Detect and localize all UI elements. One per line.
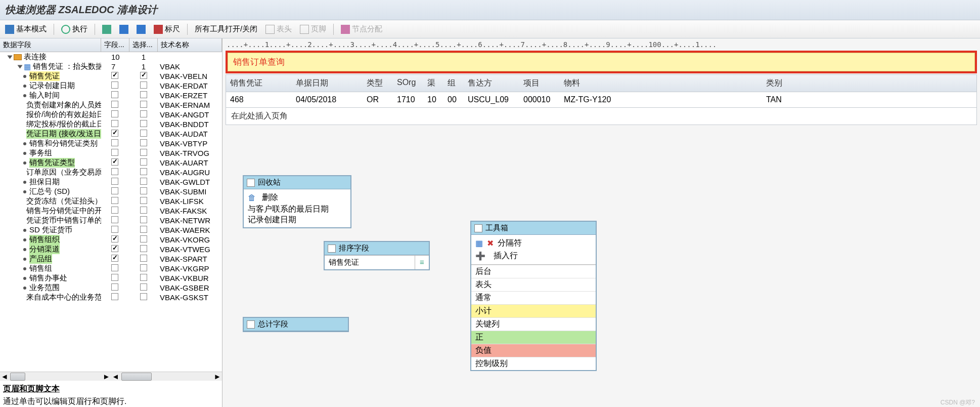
field-checkbox[interactable]: [111, 91, 118, 98]
node-assign-button[interactable]: 节点分配: [338, 23, 385, 35]
field-checkbox[interactable]: [111, 187, 118, 194]
select-checkbox[interactable]: [140, 216, 147, 223]
toolbox-insert-row[interactable]: ➕插入行: [475, 250, 592, 262]
toolbox-item[interactable]: 后台: [471, 265, 596, 278]
select-checkbox[interactable]: [140, 158, 147, 166]
field-row[interactable]: 担保日期 VBAK-GWLDT: [0, 177, 222, 187]
footer-button[interactable]: 页脚: [297, 23, 329, 35]
field-row[interactable]: 销售组 VBAK-VKGRP: [0, 264, 222, 273]
field-row[interactable]: SD 凭证货币 VBAK-WAERK: [0, 225, 222, 235]
execute-button[interactable]: 执行: [58, 23, 91, 35]
field-row[interactable]: 产品组 VBAK-SPART: [0, 254, 222, 264]
select-checkbox[interactable]: [140, 139, 147, 146]
select-checkbox[interactable]: [140, 187, 147, 194]
recycle-item-2[interactable]: 记录创建日期: [248, 215, 346, 225]
ruler-button[interactable]: 标尺: [151, 23, 183, 35]
field-checkbox[interactable]: [111, 293, 118, 300]
field-checkbox[interactable]: [111, 264, 118, 271]
select-checkbox[interactable]: [140, 120, 147, 127]
select-checkbox[interactable]: [140, 255, 147, 262]
field-checkbox[interactable]: [111, 283, 118, 291]
field-checkbox[interactable]: [111, 130, 118, 137]
field-row[interactable]: 凭证日期 (接收/发送日 VBAK-AUDAT: [0, 129, 222, 139]
field-checkbox[interactable]: [111, 168, 118, 175]
select-checkbox[interactable]: [140, 110, 147, 117]
field-checkbox[interactable]: [111, 149, 118, 156]
field-checkbox[interactable]: [111, 226, 118, 233]
toolbox-item[interactable]: 关键列: [471, 317, 596, 331]
icon-button-3[interactable]: [133, 24, 149, 35]
recycle-delete[interactable]: 🗑删除: [248, 191, 346, 204]
field-checkbox[interactable]: [111, 120, 118, 127]
header-button[interactable]: 表头: [262, 23, 295, 35]
field-row[interactable]: 业务范围 VBAK-GSBER: [0, 283, 222, 293]
toolbox-item[interactable]: 小计: [471, 304, 596, 317]
totals-panel[interactable]: 总计字段: [243, 317, 349, 332]
field-checkbox[interactable]: [111, 197, 118, 204]
select-checkbox[interactable]: [140, 235, 147, 242]
field-checkbox[interactable]: [111, 255, 118, 262]
col-tech[interactable]: 技术名称: [158, 38, 222, 52]
field-checkbox[interactable]: [111, 139, 118, 146]
query-title-input[interactable]: 销售订单查询: [228, 53, 975, 71]
field-row[interactable]: 汇总号 (SD) VBAK-SUBMI: [0, 187, 222, 196]
select-checkbox[interactable]: [140, 207, 147, 214]
field-checkbox[interactable]: [111, 235, 118, 242]
col-field[interactable]: 字段...: [101, 38, 129, 52]
toolbox-item[interactable]: 表头: [471, 278, 596, 291]
report-data-row[interactable]: 468 04/05/2018 OR 1710 10 00 USCU_L09 00…: [226, 92, 976, 108]
icon-button-2[interactable]: [116, 24, 131, 35]
field-checkbox[interactable]: [111, 274, 118, 281]
field-row[interactable]: 销售组织 VBAK-VKORG: [0, 235, 222, 245]
field-checkbox[interactable]: [111, 110, 118, 117]
toolbox-item[interactable]: 正: [471, 331, 596, 344]
select-checkbox[interactable]: [140, 264, 147, 271]
field-row[interactable]: 销售和分销凭证类别 VBAK-VBTYP: [0, 139, 222, 148]
select-checkbox[interactable]: [140, 168, 147, 175]
field-checkbox[interactable]: [111, 178, 118, 185]
field-checkbox[interactable]: [111, 216, 118, 223]
tree-h-scrollbar[interactable]: ◄►◄►: [0, 372, 222, 381]
toolbox-item[interactable]: 控制级别: [471, 357, 596, 370]
sort-panel[interactable]: 排序字段 销售凭证≡: [324, 241, 430, 270]
field-row[interactable]: 凭证货币中销售订单的 VBAK-NETWR: [0, 216, 222, 225]
basic-mode-button[interactable]: 基本模式: [2, 23, 50, 35]
recycle-panel[interactable]: 回收站 🗑删除 与客户联系的最后日期 记录创建日期: [243, 175, 351, 228]
toolbox-panel[interactable]: 工具箱 ▦✖分隔符 ➕插入行 后台表头通常小计关键列正负值控制级别: [470, 221, 597, 371]
select-checkbox[interactable]: [140, 82, 147, 89]
field-checkbox[interactable]: [111, 101, 118, 108]
pin-icon[interactable]: [474, 224, 482, 232]
select-checkbox[interactable]: [140, 197, 147, 204]
toolbox-item[interactable]: 负值: [471, 344, 596, 357]
select-checkbox[interactable]: [140, 274, 147, 281]
field-row[interactable]: 事务组 VBAK-TRVOG: [0, 148, 222, 158]
field-checkbox[interactable]: [111, 72, 118, 79]
recycle-item-1[interactable]: 与客户联系的最后日期: [248, 204, 346, 215]
select-checkbox[interactable]: [140, 178, 147, 185]
pin-icon[interactable]: [247, 179, 255, 187]
field-checkbox[interactable]: [111, 158, 118, 166]
col-select[interactable]: 选择...: [129, 38, 158, 52]
field-checkbox[interactable]: [111, 82, 118, 89]
field-row[interactable]: 来自成本中心的业务范 VBAK-GSKST: [0, 293, 222, 302]
field-checkbox[interactable]: [111, 245, 118, 252]
field-row[interactable]: 负责创建对象的人员姓 VBAK-ERNAM: [0, 100, 222, 110]
field-checkbox[interactable]: [111, 207, 118, 214]
select-checkbox[interactable]: [140, 245, 147, 252]
pin-icon[interactable]: [247, 320, 255, 329]
select-checkbox[interactable]: [140, 101, 147, 108]
toolbox-separator[interactable]: ▦✖分隔符: [475, 237, 592, 250]
select-checkbox[interactable]: [140, 293, 147, 300]
field-row[interactable]: 销售办事处 VBAK-VKBUR: [0, 273, 222, 283]
field-row[interactable]: 绑定投标/报价的截止日 VBAK-BNDDT: [0, 119, 222, 129]
report-footer[interactable]: 在此处插入页角: [226, 108, 976, 125]
pin-icon[interactable]: [328, 245, 336, 253]
select-checkbox[interactable]: [140, 226, 147, 233]
field-row[interactable]: 分销渠道 VBAK-VTWEG: [0, 245, 222, 254]
field-row[interactable]: 记录创建日期 VBAK-ERDAT: [0, 81, 222, 91]
select-checkbox[interactable]: [140, 149, 147, 156]
select-checkbox[interactable]: [140, 283, 147, 291]
field-row[interactable]: 销售与分销凭证中的开 VBAK-FAKSK: [0, 206, 222, 216]
select-checkbox[interactable]: [140, 72, 147, 79]
col-datafield[interactable]: 数据字段: [0, 38, 101, 52]
